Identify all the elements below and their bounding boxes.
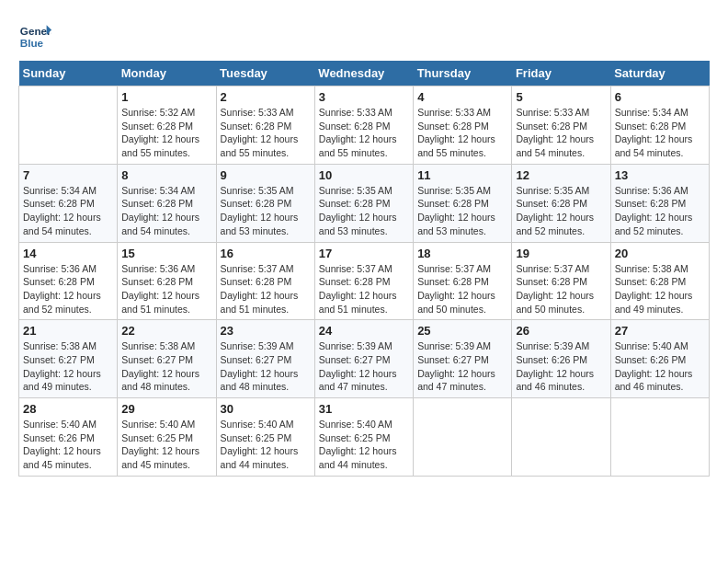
calendar-cell: 20Sunrise: 5:38 AM Sunset: 6:28 PM Dayli… xyxy=(610,242,709,320)
day-info: Sunrise: 5:39 AM Sunset: 6:26 PM Dayligh… xyxy=(516,339,606,394)
calendar-cell: 25Sunrise: 5:39 AM Sunset: 6:27 PM Dayli… xyxy=(414,320,512,398)
day-info: Sunrise: 5:33 AM Sunset: 6:28 PM Dayligh… xyxy=(319,106,409,160)
calendar-cell: 3Sunrise: 5:33 AM Sunset: 6:28 PM Daylig… xyxy=(314,86,413,165)
logo-icon: General Blue xyxy=(18,18,51,52)
day-info: Sunrise: 5:38 AM Sunset: 6:27 PM Dayligh… xyxy=(121,339,211,394)
calendar-cell: 5Sunrise: 5:33 AM Sunset: 6:28 PM Daylig… xyxy=(512,86,610,165)
day-info: Sunrise: 5:33 AM Sunset: 6:28 PM Dayligh… xyxy=(221,106,311,160)
day-number: 27 xyxy=(615,324,705,338)
day-number: 6 xyxy=(615,90,705,104)
calendar-cell: 21Sunrise: 5:38 AM Sunset: 6:27 PM Dayli… xyxy=(19,320,118,398)
calendar-cell: 4Sunrise: 5:33 AM Sunset: 6:28 PM Daylig… xyxy=(414,86,512,165)
day-info: Sunrise: 5:35 AM Sunset: 6:28 PM Dayligh… xyxy=(516,184,606,238)
calendar-cell: 26Sunrise: 5:39 AM Sunset: 6:26 PM Dayli… xyxy=(512,320,610,398)
day-number: 19 xyxy=(516,247,606,260)
day-number: 9 xyxy=(221,168,311,182)
day-number: 17 xyxy=(319,247,409,260)
day-info: Sunrise: 5:38 AM Sunset: 6:27 PM Dayligh… xyxy=(23,339,113,394)
day-number: 4 xyxy=(417,90,507,104)
day-info: Sunrise: 5:34 AM Sunset: 6:28 PM Dayligh… xyxy=(615,106,705,160)
calendar-cell: 30Sunrise: 5:40 AM Sunset: 6:25 PM Dayli… xyxy=(216,398,314,477)
day-number: 16 xyxy=(221,247,311,260)
day-info: Sunrise: 5:34 AM Sunset: 6:28 PM Dayligh… xyxy=(23,184,113,238)
calendar-cell: 2Sunrise: 5:33 AM Sunset: 6:28 PM Daylig… xyxy=(216,86,314,165)
header-tuesday: Tuesday xyxy=(216,61,314,86)
calendar-cell: 10Sunrise: 5:35 AM Sunset: 6:28 PM Dayli… xyxy=(314,164,413,242)
day-info: Sunrise: 5:33 AM Sunset: 6:28 PM Dayligh… xyxy=(516,106,606,160)
day-info: Sunrise: 5:40 AM Sunset: 6:25 PM Dayligh… xyxy=(319,418,409,472)
calendar-cell: 13Sunrise: 5:36 AM Sunset: 6:28 PM Dayli… xyxy=(610,164,709,242)
day-number: 11 xyxy=(417,168,507,182)
day-number: 20 xyxy=(615,247,705,260)
day-number: 13 xyxy=(615,168,705,182)
day-info: Sunrise: 5:39 AM Sunset: 6:27 PM Dayligh… xyxy=(417,339,507,394)
calendar-cell: 1Sunrise: 5:32 AM Sunset: 6:28 PM Daylig… xyxy=(118,86,216,165)
day-number: 25 xyxy=(417,324,507,338)
day-number: 12 xyxy=(516,168,606,182)
day-info: Sunrise: 5:40 AM Sunset: 6:25 PM Dayligh… xyxy=(121,418,211,472)
calendar-cell xyxy=(512,398,610,477)
calendar-header-row: SundayMondayTuesdayWednesdayThursdayFrid… xyxy=(19,61,710,86)
day-info: Sunrise: 5:34 AM Sunset: 6:28 PM Dayligh… xyxy=(121,184,211,238)
day-info: Sunrise: 5:35 AM Sunset: 6:28 PM Dayligh… xyxy=(319,184,409,238)
header-monday: Monday xyxy=(118,61,216,86)
calendar-cell: 18Sunrise: 5:37 AM Sunset: 6:28 PM Dayli… xyxy=(414,242,512,320)
calendar-week-4: 21Sunrise: 5:38 AM Sunset: 6:27 PM Dayli… xyxy=(19,320,710,398)
day-number: 28 xyxy=(23,402,113,416)
page-header: General Blue xyxy=(18,18,710,52)
day-info: Sunrise: 5:40 AM Sunset: 6:25 PM Dayligh… xyxy=(221,418,311,472)
day-number: 3 xyxy=(319,90,409,104)
calendar-cell: 6Sunrise: 5:34 AM Sunset: 6:28 PM Daylig… xyxy=(610,86,709,165)
calendar-cell: 23Sunrise: 5:39 AM Sunset: 6:27 PM Dayli… xyxy=(216,320,314,398)
calendar-cell: 15Sunrise: 5:36 AM Sunset: 6:28 PM Dayli… xyxy=(118,242,216,320)
day-number: 29 xyxy=(121,402,211,416)
calendar-cell: 24Sunrise: 5:39 AM Sunset: 6:27 PM Dayli… xyxy=(314,320,413,398)
calendar-cell: 12Sunrise: 5:35 AM Sunset: 6:28 PM Dayli… xyxy=(512,164,610,242)
calendar-cell: 28Sunrise: 5:40 AM Sunset: 6:26 PM Dayli… xyxy=(19,398,118,477)
header-thursday: Thursday xyxy=(414,61,512,86)
calendar-cell xyxy=(610,398,709,477)
calendar-cell: 9Sunrise: 5:35 AM Sunset: 6:28 PM Daylig… xyxy=(216,164,314,242)
calendar-cell: 16Sunrise: 5:37 AM Sunset: 6:28 PM Dayli… xyxy=(216,242,314,320)
calendar-cell: 17Sunrise: 5:37 AM Sunset: 6:28 PM Dayli… xyxy=(314,242,413,320)
day-number: 1 xyxy=(121,90,211,104)
day-info: Sunrise: 5:36 AM Sunset: 6:28 PM Dayligh… xyxy=(23,262,113,316)
logo: General Blue xyxy=(18,18,55,52)
calendar-cell: 7Sunrise: 5:34 AM Sunset: 6:28 PM Daylig… xyxy=(19,164,118,242)
day-info: Sunrise: 5:37 AM Sunset: 6:28 PM Dayligh… xyxy=(417,262,507,316)
calendar-cell xyxy=(19,86,118,165)
calendar-week-5: 28Sunrise: 5:40 AM Sunset: 6:26 PM Dayli… xyxy=(19,398,710,477)
header-friday: Friday xyxy=(512,61,610,86)
svg-text:Blue: Blue xyxy=(20,37,44,49)
calendar-week-1: 1Sunrise: 5:32 AM Sunset: 6:28 PM Daylig… xyxy=(19,86,710,165)
header-saturday: Saturday xyxy=(610,61,709,86)
day-number: 5 xyxy=(516,90,606,104)
day-number: 7 xyxy=(23,168,113,182)
day-number: 22 xyxy=(121,324,211,338)
day-number: 30 xyxy=(221,402,311,416)
day-info: Sunrise: 5:40 AM Sunset: 6:26 PM Dayligh… xyxy=(23,418,113,472)
calendar-week-2: 7Sunrise: 5:34 AM Sunset: 6:28 PM Daylig… xyxy=(19,164,710,242)
day-info: Sunrise: 5:33 AM Sunset: 6:28 PM Dayligh… xyxy=(417,106,507,160)
calendar-cell: 8Sunrise: 5:34 AM Sunset: 6:28 PM Daylig… xyxy=(118,164,216,242)
calendar-cell: 11Sunrise: 5:35 AM Sunset: 6:28 PM Dayli… xyxy=(414,164,512,242)
day-info: Sunrise: 5:36 AM Sunset: 6:28 PM Dayligh… xyxy=(615,184,705,238)
day-info: Sunrise: 5:40 AM Sunset: 6:26 PM Dayligh… xyxy=(615,339,705,394)
calendar-cell: 14Sunrise: 5:36 AM Sunset: 6:28 PM Dayli… xyxy=(19,242,118,320)
day-number: 10 xyxy=(319,168,409,182)
day-number: 21 xyxy=(23,324,113,338)
calendar-cell: 22Sunrise: 5:38 AM Sunset: 6:27 PM Dayli… xyxy=(118,320,216,398)
day-info: Sunrise: 5:37 AM Sunset: 6:28 PM Dayligh… xyxy=(516,262,606,316)
day-info: Sunrise: 5:37 AM Sunset: 6:28 PM Dayligh… xyxy=(221,262,311,316)
day-number: 8 xyxy=(121,168,211,182)
day-info: Sunrise: 5:36 AM Sunset: 6:28 PM Dayligh… xyxy=(121,262,211,316)
day-number: 2 xyxy=(221,90,311,104)
day-number: 23 xyxy=(221,324,311,338)
day-info: Sunrise: 5:35 AM Sunset: 6:28 PM Dayligh… xyxy=(417,184,507,238)
calendar-cell xyxy=(414,398,512,477)
calendar-cell: 29Sunrise: 5:40 AM Sunset: 6:25 PM Dayli… xyxy=(118,398,216,477)
day-number: 24 xyxy=(319,324,409,338)
day-info: Sunrise: 5:32 AM Sunset: 6:28 PM Dayligh… xyxy=(121,106,211,160)
calendar-week-3: 14Sunrise: 5:36 AM Sunset: 6:28 PM Dayli… xyxy=(19,242,710,320)
day-number: 14 xyxy=(23,247,113,260)
